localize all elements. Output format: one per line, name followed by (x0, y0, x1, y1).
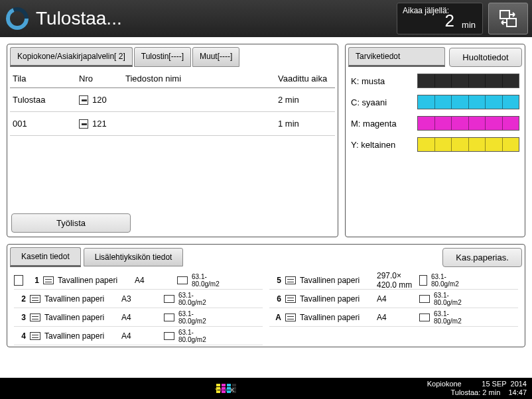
orientation-icon (164, 295, 174, 303)
paper-stack-icon (43, 276, 54, 284)
footer-bar: YMCK Kopiokone 15 SEP 2014 Tulostaa: 2 m… (0, 378, 532, 399)
header-bar: Tulostaa... Aikaa jäljellä: 2 min (0, 0, 532, 37)
paper-stack-icon (30, 295, 40, 303)
tray-paper-name: Tavallinen paperi (300, 276, 373, 285)
table-row[interactable]: Tulostaa1202 min (10, 88, 335, 112)
job-filename (123, 112, 275, 136)
tab-other[interactable]: Muut[----] (192, 47, 239, 67)
orientation-icon (419, 295, 430, 303)
job-filename (123, 88, 275, 112)
tray-row[interactable]: 6Tavallinen paperiA463.1-80.0g/m2 (269, 290, 518, 308)
time-remaining-value: 2 (445, 11, 454, 31)
supply-row: M: magenta (351, 116, 519, 131)
tab-printer[interactable]: Tulostin[----] (134, 47, 191, 67)
orientation-icon (164, 314, 174, 321)
tray-weight: 63.1-80.0g/m2 (178, 329, 218, 343)
tab-supplies[interactable]: Tarviketiedot (348, 47, 445, 67)
paper-settings-button[interactable]: Kas.paperias. (442, 248, 522, 267)
job-time: 1 min (275, 112, 335, 136)
supply-row: K: musta (351, 74, 519, 88)
supply-bar (417, 95, 519, 109)
tray-size: A4 (135, 276, 173, 285)
tray-row[interactable]: 4Tavallinen paperiA463.1-80.0g/m2 (14, 327, 263, 345)
tray-id: 1 (27, 276, 39, 285)
tray-id: 2 (14, 294, 26, 304)
time-remaining-unit: min (462, 20, 476, 30)
col-number: Nro (76, 70, 123, 88)
job-number: 121 (76, 112, 123, 136)
joblist-button[interactable]: Työlista (11, 213, 131, 233)
job-icon (79, 95, 88, 105)
tray-size: 297.0×420.0 mm (377, 271, 415, 290)
tray-size: A3 (121, 294, 160, 304)
orientation-icon (419, 275, 427, 286)
tab-copier[interactable]: Kopiokone/Asiakirjapalvelin[ 2] (10, 47, 133, 67)
tray-weight: 63.1-80.0g/m2 (434, 310, 474, 325)
swap-view-button[interactable] (488, 3, 528, 34)
tray-paper-name: Tavallinen paperi (58, 276, 131, 285)
tray-size: A4 (121, 313, 160, 322)
orientation-icon (419, 314, 430, 321)
paper-stack-icon (30, 314, 40, 321)
paper-stack-icon (285, 295, 296, 303)
footer-line2: Tulostaa: 2 min 14:47 (427, 388, 527, 397)
tray-size: A4 (377, 294, 415, 304)
supply-row: Y: keltainen (351, 137, 519, 152)
tray-id: 4 (14, 331, 26, 341)
jobs-table: Tila Nro Tiedoston nimi Vaadittu aika Tu… (10, 70, 335, 136)
supply-label: C: syaani (351, 97, 417, 107)
col-status: Tila (10, 70, 76, 88)
supplies-panel: Tarviketiedot Huoltotiedot K: mustaC: sy… (345, 44, 525, 237)
tray-paper-name: Tavallinen paperi (300, 294, 373, 304)
tray-size: A4 (377, 313, 415, 322)
jobs-tabs: Kopiokone/Asiakirjapalvelin[ 2] Tulostin… (10, 47, 335, 67)
tray-weight: 63.1-80.0g/m2 (192, 273, 232, 288)
ymck-icon: YMCK (216, 384, 236, 393)
orientation-icon (177, 276, 188, 284)
tab-insert-unit[interactable]: Lisälehtiyksikön tiedot (84, 248, 184, 266)
footer-status: Kopiokone 15 SEP 2014 Tulostaa: 2 min 14… (427, 380, 527, 397)
tray-id: 6 (269, 294, 281, 304)
tray-outline-icon (14, 275, 23, 286)
trays-panel: Kasetin tiedot Lisälehtiyksikön tiedot K… (7, 244, 525, 347)
supply-bar (417, 116, 519, 131)
tray-id: 5 (269, 276, 281, 285)
tray-row[interactable]: 1Tavallinen paperiA463.1-80.0g/m2 (14, 271, 263, 290)
job-time: 2 min (275, 88, 335, 112)
footer-line1: Kopiokone 15 SEP 2014 (427, 380, 527, 388)
tray-weight: 63.1-80.0g/m2 (178, 310, 218, 325)
tray-weight: 63.1-80.0g/m2 (431, 273, 471, 288)
tab-tray-info[interactable]: Kasetin tiedot (10, 247, 81, 267)
supply-bar (417, 74, 519, 88)
maintenance-button[interactable]: Huoltotiedot (449, 48, 522, 67)
supply-bar (417, 137, 519, 152)
jobs-panel: Kopiokone/Asiakirjapalvelin[ 2] Tulostin… (7, 44, 338, 237)
tray-paper-name: Tavallinen paperi (300, 313, 373, 322)
job-number: 120 (76, 88, 123, 112)
paper-stack-icon (285, 276, 296, 284)
job-status: 001 (10, 112, 76, 136)
col-time: Vaadittu aika (275, 70, 335, 88)
time-remaining-label: Aikaa jäljellä: (403, 6, 477, 15)
tray-row[interactable]: 3Tavallinen paperiA463.1-80.0g/m2 (14, 308, 263, 327)
job-status: Tulostaa (10, 88, 76, 112)
tray-paper-name: Tavallinen paperi (44, 313, 117, 322)
tray-row[interactable]: ATavallinen paperiA463.1-80.0g/m2 (269, 308, 518, 327)
time-remaining-box: Aikaa jäljellä: 2 min (397, 3, 483, 34)
supply-label: K: musta (351, 76, 417, 86)
spinner-icon (4, 5, 31, 32)
job-icon (79, 119, 88, 129)
tray-id: 3 (14, 313, 26, 322)
table-row[interactable]: 0011211 min (10, 112, 335, 136)
paper-stack-icon (30, 332, 40, 340)
tray-row[interactable]: 5Tavallinen paperi297.0×420.0 mm63.1-80.… (269, 271, 518, 290)
supply-label: Y: keltainen (351, 140, 417, 150)
tray-row[interactable]: 2Tavallinen paperiA363.1-80.0g/m2 (14, 290, 263, 308)
tray-weight: 63.1-80.0g/m2 (178, 292, 218, 306)
orientation-icon (164, 332, 174, 340)
tray-weight: 63.1-80.0g/m2 (434, 292, 474, 306)
tray-id: A (269, 313, 281, 322)
tray-paper-name: Tavallinen paperi (44, 294, 117, 304)
swap-icon (498, 9, 519, 28)
tray-paper-name: Tavallinen paperi (44, 331, 117, 341)
